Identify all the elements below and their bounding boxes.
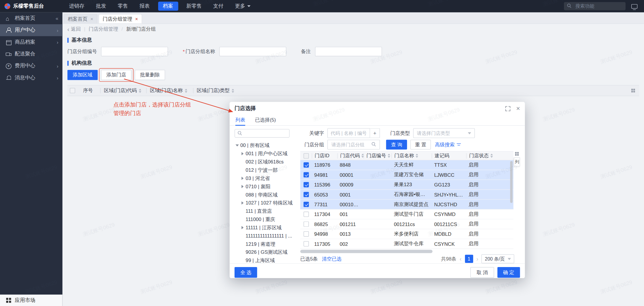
tree-node-15[interactable]: 99 | 上海区域: [235, 256, 296, 263]
clear-selection-link[interactable]: 清空已选: [322, 255, 342, 262]
store-row-1[interactable]: 1189768848天天生鲜TTSX启用: [300, 160, 514, 170]
tree-node-14[interactable]: 9026 | GS测试区域: [235, 248, 296, 256]
keyword-input[interactable]: [327, 128, 370, 138]
column-store-number[interactable]: 门店编号: [363, 153, 391, 158]
tree-node-8[interactable]: 1027 | 1027 特殊区域: [235, 199, 296, 207]
table-select-all-checkbox[interactable]: [303, 153, 309, 158]
tree-node-7[interactable]: 088 | 华南区域: [235, 191, 296, 199]
collapse-sidebar-icon[interactable]: «: [55, 15, 58, 21]
row-checkbox[interactable]: [303, 182, 309, 187]
column-settings-button[interactable]: 列: [514, 152, 520, 166]
column-store-status[interactable]: 门店状态: [466, 153, 513, 158]
select-all-button[interactable]: 全 选: [235, 267, 257, 278]
tree-node-4[interactable]: 012 | 宁波一部: [235, 166, 296, 174]
maximize-icon[interactable]: [505, 106, 510, 111]
prev-page-button[interactable]: ‹: [460, 256, 462, 261]
cancel-button[interactable]: 取 消: [471, 267, 494, 278]
sidebar-item-5[interactable]: 费用中心›: [0, 60, 63, 72]
advanced-search-link[interactable]: 高级搜索: [435, 141, 461, 148]
tab-close-icon[interactable]: ×: [135, 17, 138, 22]
store-group-code-input[interactable]: [101, 47, 168, 56]
nav-item-6[interactable]: 新零售: [181, 0, 207, 12]
tree-node-3[interactable]: 002 | 区域0618cs: [235, 158, 296, 166]
caret-right-icon[interactable]: [240, 176, 245, 181]
store-group-name-input[interactable]: [219, 47, 286, 56]
global-search-input[interactable]: [575, 3, 622, 9]
store-row-9[interactable]: 117305002测试翌牛仓库CSYNCK启用: [300, 239, 514, 249]
row-checkbox[interactable]: [303, 172, 309, 177]
modal-tab-1[interactable]: 列表: [235, 115, 245, 125]
store-row-4[interactable]: 650530001石海家园•银河连...SHJY•YHLSXGD启用: [300, 190, 514, 199]
scrollbar-thumb[interactable]: [300, 250, 432, 253]
org-column-settings-icon[interactable]: [628, 88, 638, 93]
back-button[interactable]: ‹ 返回: [67, 26, 81, 33]
batch-delete-button[interactable]: 批量删除: [135, 70, 165, 80]
tree-node-5[interactable]: 03 | 河北省: [235, 174, 296, 182]
add-area-button[interactable]: 添加区域: [67, 70, 98, 80]
scrollbar-thumb[interactable]: [510, 161, 512, 203]
page-size-select[interactable]: 200 条/页: [481, 254, 514, 264]
tree-node-1[interactable]: 00 | 所有区域: [235, 141, 296, 150]
nav-item-1[interactable]: 进销存: [63, 0, 90, 12]
brand[interactable]: 乐檬零售后台: [0, 3, 62, 10]
tree-node-12[interactable]: 1111111111111111 | ...: [235, 232, 296, 240]
page-tab-2[interactable]: 门店分组管理×: [99, 14, 142, 23]
confirm-button[interactable]: 确 定: [497, 267, 520, 278]
caret-right-icon[interactable]: [240, 200, 245, 205]
tree-node-9[interactable]: 111 | 直营店: [235, 207, 296, 215]
tree-node-10[interactable]: 111000 | 重庆: [235, 215, 296, 224]
store-row-7[interactable]: 86825001211001211cs001211CS启用: [300, 219, 514, 229]
next-page-button[interactable]: ›: [476, 256, 479, 261]
caret-right-icon[interactable]: [240, 151, 245, 156]
store-row-8[interactable]: 949980013米多便利店MDBLD启用: [300, 229, 514, 239]
nav-item-5[interactable]: 档案: [158, 2, 178, 11]
row-checkbox[interactable]: [303, 221, 309, 227]
tree-search-input[interactable]: [245, 130, 286, 136]
nav-item-8[interactable]: 更多: [229, 0, 256, 12]
modal-tab-2[interactable]: 已选择(5): [255, 115, 276, 125]
org-column-1[interactable]: 区域(门店)代码: [100, 88, 146, 93]
org-column-2[interactable]: 区域(门店)名称: [146, 88, 193, 93]
tree-node-11[interactable]: 11111 | 江苏区域: [235, 223, 296, 232]
store-row-5[interactable]: 7731100010001南京测试提货点NJCSTHD启用: [300, 200, 514, 210]
column-store-code[interactable]: 门店代码: [337, 153, 363, 158]
store-row-3[interactable]: 11539600009果果123GG123启用: [300, 180, 514, 190]
sidebar-item-1[interactable]: 档案首页«: [0, 12, 63, 24]
row-checkbox[interactable]: [303, 231, 309, 237]
column-store-name[interactable]: 门店名称: [391, 153, 432, 158]
row-checkbox[interactable]: [303, 241, 309, 246]
row-checkbox[interactable]: [303, 202, 309, 207]
nav-item-2[interactable]: 批发: [90, 0, 112, 12]
sidebar-item-6[interactable]: 消息中心›: [0, 72, 63, 84]
tree-node-6[interactable]: 0710 | 襄阳: [235, 182, 296, 191]
query-button[interactable]: 查 询: [386, 140, 407, 149]
store-group-select[interactable]: [327, 140, 380, 149]
sidebar-item-2[interactable]: 用户中心›: [0, 24, 63, 36]
store-type-select[interactable]: 请选择门店类型: [413, 128, 475, 138]
org-select-all-checkbox[interactable]: [70, 88, 75, 93]
column-tool-label[interactable]: 列: [514, 157, 520, 166]
horizontal-scrollbar[interactable]: [300, 250, 514, 253]
row-checkbox[interactable]: [303, 192, 309, 197]
sidebar-item-app-market[interactable]: 应用市场: [0, 294, 63, 306]
vertical-scrollbar[interactable]: [510, 161, 512, 248]
breadcrumb-parent[interactable]: 门店分组管理: [89, 26, 118, 33]
org-column-3[interactable]: 区域(门店)类型: [193, 88, 247, 93]
store-row-2[interactable]: 9498100001里建万宝仓储LJWBCC启用: [300, 170, 514, 180]
row-checkbox[interactable]: [303, 212, 309, 217]
global-search[interactable]: [564, 2, 626, 10]
sidebar-item-3[interactable]: 商品档案›: [0, 36, 63, 48]
remark-input[interactable]: [315, 47, 382, 56]
page-tab-1[interactable]: 档案首页×: [64, 14, 97, 23]
nav-item-4[interactable]: 报表: [134, 0, 155, 12]
sidebar-item-4[interactable]: 配送聚合: [0, 48, 63, 60]
monitor-icon[interactable]: [631, 4, 638, 8]
add-keyword-button[interactable]: +: [370, 128, 380, 138]
caret-down-icon[interactable]: [235, 143, 240, 148]
tab-close-icon[interactable]: ×: [90, 17, 93, 22]
nav-item-3[interactable]: 零售: [112, 0, 134, 12]
tree-node-13[interactable]: 1219 | 蒋道理: [235, 240, 296, 248]
current-page[interactable]: 1: [465, 255, 473, 263]
caret-right-icon[interactable]: [240, 225, 245, 230]
add-store-button[interactable]: 添加门店: [101, 70, 132, 80]
